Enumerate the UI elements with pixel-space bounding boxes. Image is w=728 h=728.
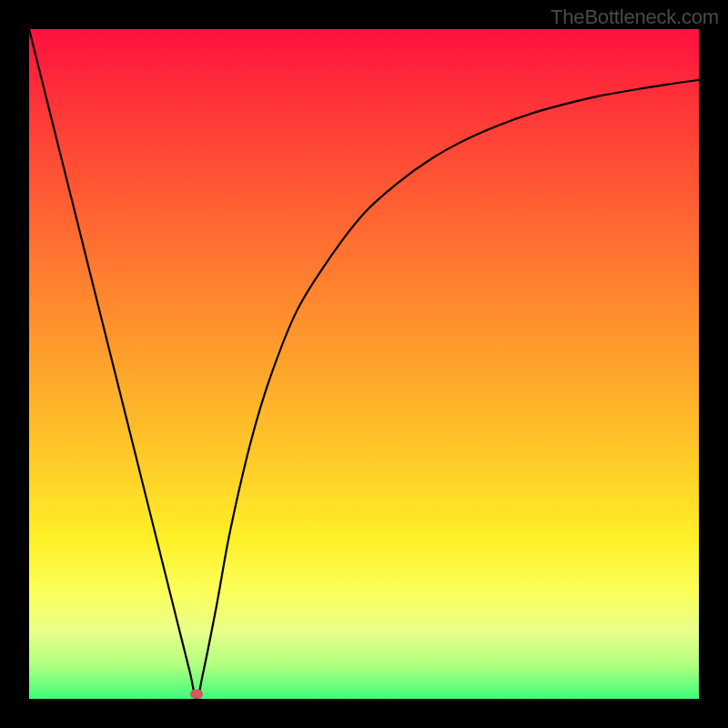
chart-frame: TheBottleneck.com <box>0 0 728 728</box>
minimum-marker <box>190 690 203 699</box>
chart-plot-area <box>29 29 699 699</box>
chart-svg <box>29 29 699 699</box>
chart-curve <box>29 29 699 699</box>
watermark-text: TheBottleneck.com <box>551 5 719 29</box>
